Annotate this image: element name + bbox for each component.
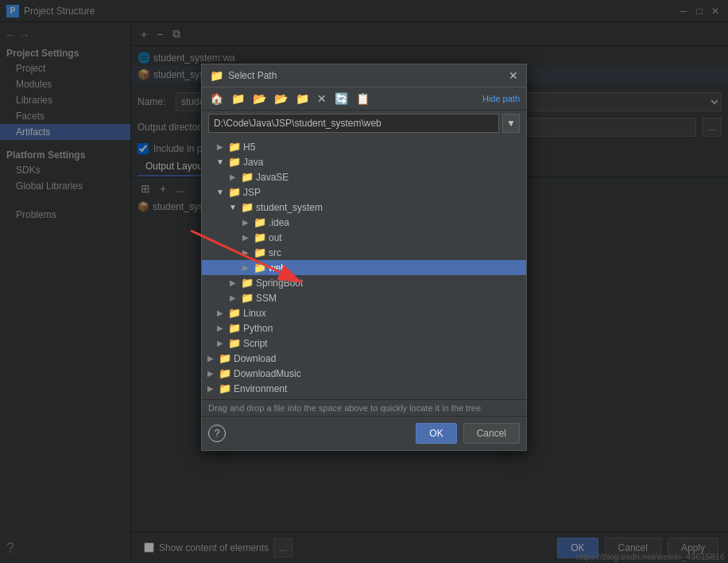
environment-folder-icon: 📁 (219, 382, 231, 394)
dialog-folder3-button[interactable]: 📂 (273, 91, 289, 107)
ssm-folder-icon: 📁 (241, 292, 254, 304)
jsp-folder-icon: 📁 (228, 186, 241, 198)
tree-item-web[interactable]: ▶ 📁 web (202, 260, 526, 275)
hide-path-link[interactable]: Hide path (482, 94, 520, 103)
tree-item-h5[interactable]: ▶ 📁 H5 (202, 139, 526, 154)
dialog-folder1-button[interactable]: 📁 (230, 91, 246, 107)
h5-folder-icon: 📁 (228, 141, 241, 153)
tree-item-environment[interactable]: ▶ 📁 Environment (202, 381, 526, 396)
dialog-cancel-button[interactable]: Cancel (463, 423, 520, 444)
tree-item-jsp[interactable]: ▼ 📁 JSP (202, 184, 526, 200)
web-folder-icon: 📁 (254, 262, 266, 274)
dialog-delete-button[interactable]: ✕ (316, 91, 328, 107)
javase-label: JavaSE (256, 172, 288, 183)
tree-item-out[interactable]: ▶ 📁 out (202, 230, 526, 245)
dialog-copy-button[interactable]: 📋 (354, 91, 371, 107)
tree-item-java[interactable]: ▼ 📁 Java (202, 154, 526, 169)
tree-item-src[interactable]: ▶ 📁 src (202, 245, 526, 260)
h5-arrow: ▶ (215, 142, 226, 151)
dialog-toolbar: 🏠 📁 📂 📂 📁 ✕ 🔄 📋 Hide path (202, 87, 526, 111)
dialog-tree[interactable]: ▶ 📁 H5 ▼ 📁 Java ▶ 📁 JavaSE ▼ 📁 JSP (202, 136, 526, 399)
downloadmusic-arrow: ▶ (205, 369, 216, 378)
springboot-arrow: ▶ (227, 278, 238, 287)
downloadmusic-folder-icon: 📁 (219, 367, 231, 379)
java-arrow: ▼ (215, 157, 226, 166)
dialog-refresh-button[interactable]: 🔄 (333, 91, 350, 107)
tree-item-springboot[interactable]: ▶ 📁 SpringBoot (202, 275, 526, 290)
dialog-help-button[interactable]: ? (208, 425, 226, 442)
dialog-close-button[interactable]: ✕ (509, 69, 518, 82)
tree-item-downloadmusic[interactable]: ▶ 📁 DownloadMusic (202, 366, 526, 381)
environment-label: Environment (234, 383, 287, 394)
dialog-home-button[interactable]: 🏠 (208, 91, 225, 107)
idea-folder-icon: 📁 (254, 216, 266, 228)
h5-label: H5 (243, 142, 255, 153)
springboot-folder-icon: 📁 (241, 277, 254, 289)
jsp-label: JSP (243, 187, 261, 198)
tree-item-ssm[interactable]: ▶ 📁 SSM (202, 290, 526, 305)
dialog-title-icon: 📁 (210, 69, 223, 82)
web-label: web (269, 262, 286, 274)
script-arrow: ▶ (215, 339, 226, 348)
tree-item-idea[interactable]: ▶ 📁 .idea (202, 215, 526, 230)
dialog-folder2-button[interactable]: 📂 (251, 91, 268, 107)
python-folder-icon: 📁 (228, 322, 241, 334)
dialog-path-row: ▼ (202, 111, 526, 136)
dialog-folder4-button[interactable]: 📁 (294, 91, 311, 107)
java-label: Java (243, 157, 263, 168)
linux-arrow: ▶ (215, 309, 226, 317)
jsp-arrow: ▼ (215, 188, 226, 196)
src-arrow: ▶ (240, 248, 251, 257)
select-path-dialog: 📁 Select Path ✕ 🏠 📁 📂 📂 📁 ✕ 🔄 📋 Hide pat… (201, 64, 527, 451)
script-folder-icon: 📁 (228, 337, 241, 349)
dialog-path-dropdown-button[interactable]: ▼ (502, 114, 520, 133)
download-label: Download (234, 353, 276, 364)
idea-arrow: ▶ (240, 218, 251, 227)
python-label: Python (243, 323, 273, 334)
web-arrow: ▶ (240, 263, 251, 272)
out-label: out (269, 232, 282, 243)
dialog-ok-button[interactable]: OK (416, 423, 456, 444)
tree-item-script[interactable]: ▶ 📁 Script (202, 336, 526, 351)
modal-overlay: 📁 Select Path ✕ 🏠 📁 📂 📂 📁 ✕ 🔄 📋 Hide pat… (0, 0, 728, 563)
dialog-footer: ? OK Cancel (202, 416, 526, 450)
linux-label: Linux (243, 308, 266, 319)
out-arrow: ▶ (240, 233, 251, 242)
student-system-folder-icon: 📁 (241, 201, 254, 213)
idea-label: .idea (269, 217, 289, 228)
dialog-hint: Drag and drop a file into the space abov… (202, 399, 526, 416)
springboot-label: SpringBoot (256, 278, 303, 289)
javase-folder-icon: 📁 (241, 171, 254, 183)
dialog-title-text: Select Path (228, 70, 504, 81)
ssm-label: SSM (256, 293, 277, 304)
student-system-arrow: ▼ (227, 203, 238, 212)
downloadmusic-label: DownloadMusic (234, 368, 301, 379)
download-arrow: ▶ (205, 354, 216, 363)
dialog-title-bar: 📁 Select Path ✕ (202, 64, 526, 87)
linux-folder-icon: 📁 (228, 307, 241, 319)
src-label: src (269, 247, 281, 258)
tree-item-javase[interactable]: ▶ 📁 JavaSE (202, 169, 526, 184)
download-folder-icon: 📁 (219, 352, 231, 364)
script-label: Script (243, 338, 268, 349)
ssm-arrow: ▶ (227, 293, 238, 302)
dialog-path-input[interactable] (208, 114, 499, 133)
tree-item-linux[interactable]: ▶ 📁 Linux (202, 305, 526, 320)
tree-item-student-system[interactable]: ▼ 📁 student_system (202, 200, 526, 215)
src-folder-icon: 📁 (254, 247, 266, 258)
out-folder-icon: 📁 (254, 231, 266, 243)
python-arrow: ▶ (215, 324, 226, 332)
environment-arrow: ▶ (205, 384, 216, 393)
javase-arrow: ▶ (227, 173, 238, 181)
student-system-label: student_system (256, 202, 323, 213)
java-folder-icon: 📁 (228, 156, 241, 168)
tree-item-download[interactable]: ▶ 📁 Download (202, 351, 526, 366)
tree-item-python[interactable]: ▶ 📁 Python (202, 320, 526, 336)
